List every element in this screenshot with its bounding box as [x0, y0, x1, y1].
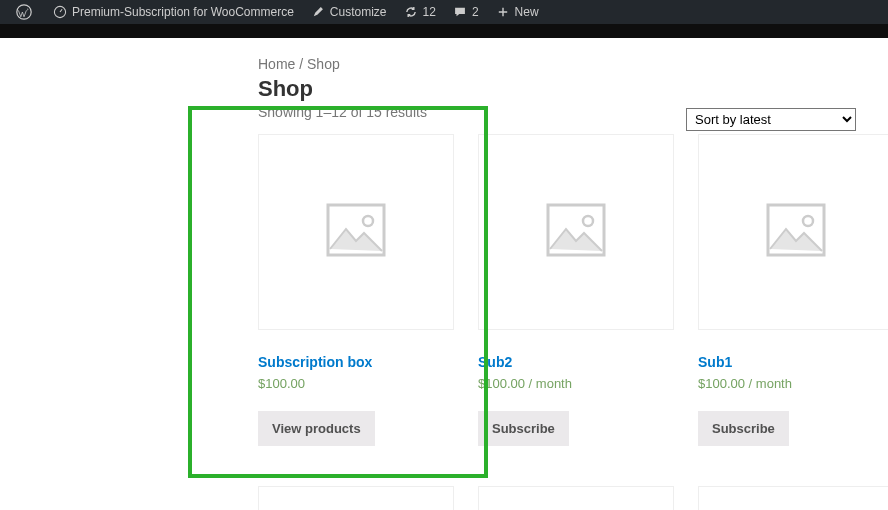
product-image-link[interactable] — [698, 134, 888, 330]
customize-label: Customize — [330, 5, 387, 19]
updates-count: 12 — [423, 5, 436, 19]
breadcrumb-current: Shop — [307, 56, 340, 72]
breadcrumb-home[interactable]: Home — [258, 56, 295, 72]
update-icon — [403, 4, 419, 20]
site-name-link[interactable]: Premium-Subscription for WooCommerce — [44, 0, 302, 24]
breadcrumb: Home / Shop — [258, 56, 856, 72]
svg-point-5 — [583, 216, 593, 226]
product-title[interactable]: Sub1 — [698, 354, 888, 370]
product-image-link[interactable] — [478, 134, 674, 330]
product-card: Subscription box $100.00 View products — [258, 134, 454, 446]
breadcrumb-sep: / — [295, 56, 307, 72]
updates-link[interactable]: 12 — [395, 0, 444, 24]
new-link[interactable]: New — [487, 0, 547, 24]
subscribe-button[interactable]: Subscribe — [698, 411, 789, 446]
plus-icon — [495, 4, 511, 20]
product-title[interactable]: Subscription box — [258, 354, 454, 370]
product-image-link[interactable] — [698, 486, 888, 510]
site-title: Premium-Subscription for WooCommerce — [72, 5, 294, 19]
product-grid-row2 — [258, 486, 856, 510]
dashboard-icon — [52, 4, 68, 20]
comments-link[interactable]: 2 — [444, 0, 487, 24]
page-body: Home / Shop Shop Showing 1–12 of 15 resu… — [16, 38, 888, 510]
sort-dropdown-wrap: Sort by latest — [686, 108, 856, 131]
product-card: Sub2 $100.00 / month Subscribe — [478, 134, 674, 446]
placeholder-image-icon — [324, 199, 388, 266]
comments-count: 2 — [472, 5, 479, 19]
view-products-button[interactable]: View products — [258, 411, 375, 446]
placeholder-image-icon — [764, 199, 828, 266]
new-label: New — [515, 5, 539, 19]
wp-admin-bar: Premium-Subscription for WooCommerce Cus… — [0, 0, 888, 24]
comment-icon — [452, 4, 468, 20]
product-card — [258, 486, 454, 510]
page-title: Shop — [258, 76, 856, 102]
sort-dropdown[interactable]: Sort by latest — [686, 108, 856, 131]
svg-point-7 — [803, 216, 813, 226]
product-card — [478, 486, 674, 510]
product-price: $100.00 / month — [698, 376, 888, 391]
content-area: Home / Shop Shop Showing 1–12 of 15 resu… — [258, 56, 856, 510]
sub-bar — [0, 24, 888, 38]
wordpress-icon — [16, 4, 32, 20]
customize-link[interactable]: Customize — [302, 0, 395, 24]
product-price: $100.00 — [258, 376, 454, 391]
placeholder-image-icon — [544, 199, 608, 266]
product-title[interactable]: Sub2 — [478, 354, 674, 370]
product-image-link[interactable] — [258, 486, 454, 510]
product-image-link[interactable] — [258, 134, 454, 330]
product-grid: Subscription box $100.00 View products S… — [258, 134, 856, 446]
wp-logo[interactable] — [8, 0, 44, 24]
brush-icon — [310, 4, 326, 20]
svg-point-3 — [363, 216, 373, 226]
product-price: $100.00 / month — [478, 376, 674, 391]
subscribe-button[interactable]: Subscribe — [478, 411, 569, 446]
product-image-link[interactable] — [478, 486, 674, 510]
product-card: Sub1 $100.00 / month Subscribe — [698, 134, 888, 446]
product-card — [698, 486, 888, 510]
